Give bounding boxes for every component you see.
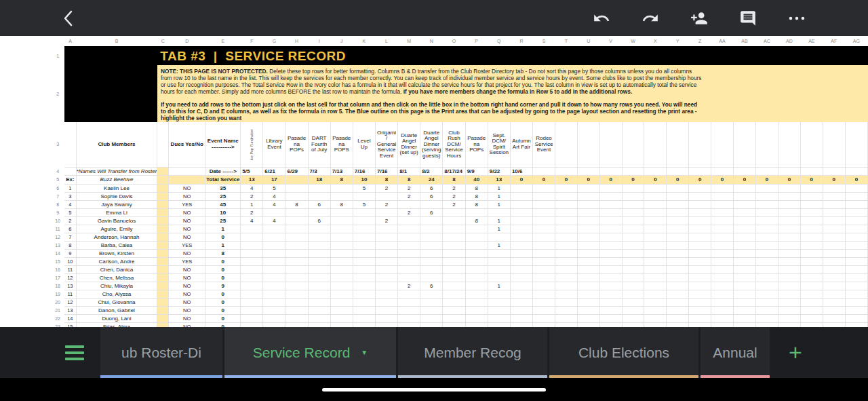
service-value-cell[interactable]: 1 (488, 282, 510, 290)
dues-cell[interactable]: NO (169, 298, 205, 306)
member-total-cell[interactable]: 0 (205, 306, 241, 314)
service-value-cell[interactable] (398, 306, 420, 314)
empty-cell[interactable] (577, 167, 599, 175)
service-value-cell[interactable]: 4 (263, 216, 285, 225)
empty-cell[interactable] (667, 290, 689, 298)
row-header-13[interactable]: 13 (51, 241, 64, 249)
service-value-cell[interactable]: 6 (420, 282, 443, 290)
empty-cell[interactable] (622, 225, 644, 233)
tab-dropdown-caret-icon[interactable]: ▼ (361, 349, 368, 356)
service-value-cell[interactable] (533, 306, 555, 314)
empty-cell[interactable] (667, 282, 689, 290)
service-value-cell[interactable] (285, 290, 308, 298)
service-value-cell[interactable] (420, 290, 443, 298)
member-total-cell[interactable]: 0 (205, 257, 241, 265)
empty-cell[interactable] (599, 290, 622, 298)
service-value-cell[interactable] (488, 322, 510, 327)
empty-cell[interactable] (823, 167, 845, 175)
member-number-cell[interactable]: 11 (64, 290, 76, 298)
empty-cell[interactable] (577, 233, 599, 241)
empty-cell[interactable] (689, 265, 711, 273)
empty-cell[interactable] (555, 290, 577, 298)
service-value-cell[interactable] (420, 306, 443, 314)
service-value-cell[interactable] (398, 290, 420, 298)
empty-cell[interactable] (555, 314, 577, 322)
member-name-cell[interactable]: Brown, Kirsten (76, 249, 157, 257)
highlight-cell[interactable] (157, 257, 169, 265)
service-value-cell[interactable]: 8 (330, 200, 353, 208)
event-date-cell[interactable]: 5/5 (241, 167, 263, 175)
member-name-cell[interactable]: Duong, Lani (76, 314, 157, 322)
event-date-cell[interactable] (533, 167, 555, 175)
empty-cell[interactable] (823, 290, 845, 298)
service-value-cell[interactable] (375, 249, 397, 257)
service-value-cell[interactable] (375, 322, 397, 327)
empty-cell[interactable] (599, 122, 622, 167)
service-value-cell[interactable]: 2 (443, 184, 465, 192)
empty-cell[interactable] (644, 167, 667, 175)
service-value-cell[interactable] (510, 314, 532, 322)
service-value-cell[interactable]: 2 (398, 208, 420, 216)
empty-cell[interactable] (555, 167, 577, 175)
service-value-cell[interactable] (533, 265, 555, 273)
service-value-cell[interactable] (263, 290, 285, 298)
service-value-cell[interactable] (241, 257, 263, 265)
comments-button[interactable] (738, 8, 758, 28)
event-date-cell[interactable]: 9/9 (465, 167, 488, 175)
service-value-cell[interactable] (443, 282, 465, 290)
service-value-cell[interactable] (353, 290, 375, 298)
empty-cell[interactable] (845, 167, 867, 175)
service-value-cell[interactable] (465, 225, 488, 233)
service-value-cell[interactable] (465, 314, 488, 322)
service-value-cell[interactable] (420, 233, 443, 241)
service-value-cell[interactable] (443, 314, 465, 322)
service-value-cell[interactable] (398, 314, 420, 322)
empty-cell[interactable] (667, 225, 689, 233)
highlight-cell[interactable] (157, 249, 169, 257)
empty-cell[interactable] (845, 265, 867, 273)
empty-cell[interactable] (800, 249, 823, 257)
service-value-cell[interactable] (353, 225, 375, 233)
service-value-cell[interactable] (263, 273, 285, 282)
service-value-cell[interactable] (488, 290, 510, 298)
empty-cell[interactable] (823, 122, 845, 167)
empty-cell[interactable] (733, 192, 755, 200)
total-service-label[interactable]: Total Service (205, 175, 241, 184)
service-value-cell[interactable] (533, 282, 555, 290)
col-header-X[interactable]: X (644, 36, 667, 46)
service-value-cell[interactable] (375, 233, 397, 241)
row-header-20[interactable]: 20 (51, 298, 64, 306)
empty-cell[interactable] (555, 249, 577, 257)
empty-cell[interactable] (667, 306, 689, 314)
service-value-cell[interactable]: 1 (488, 184, 510, 192)
service-value-cell[interactable] (443, 208, 465, 216)
empty-cell[interactable] (667, 122, 689, 167)
service-value-cell[interactable]: 6 (420, 192, 443, 200)
total-cell[interactable]: 13 (488, 175, 510, 184)
service-value-cell[interactable] (533, 233, 555, 241)
col-header-L[interactable]: L (375, 36, 397, 46)
service-value-cell[interactable] (241, 273, 263, 282)
empty-cell[interactable] (733, 208, 755, 216)
col-header-AE[interactable]: AE (800, 36, 823, 46)
service-value-cell[interactable]: 2 (443, 192, 465, 200)
empty-cell[interactable] (577, 122, 599, 167)
empty-cell[interactable] (555, 200, 577, 208)
empty-cell[interactable] (599, 208, 622, 216)
service-value-cell[interactable] (285, 225, 308, 233)
row-header-7[interactable]: 7 (51, 192, 64, 200)
empty-cell[interactable] (644, 257, 667, 265)
service-value-cell[interactable]: 2 (375, 184, 397, 192)
empty-cell[interactable] (800, 225, 823, 233)
col-header-AB[interactable]: AB (733, 36, 755, 46)
col-header-E[interactable]: E (205, 36, 241, 46)
event-header[interactable]: Level Up (353, 122, 375, 167)
service-value-cell[interactable] (443, 290, 465, 298)
empty-cell[interactable] (555, 322, 577, 327)
empty-cell[interactable] (845, 192, 867, 200)
empty-cell[interactable] (711, 122, 734, 167)
service-value-cell[interactable]: 2 (398, 282, 420, 290)
empty-cell[interactable] (555, 122, 577, 167)
empty-cell[interactable] (622, 314, 644, 322)
service-value-cell[interactable] (241, 322, 263, 327)
